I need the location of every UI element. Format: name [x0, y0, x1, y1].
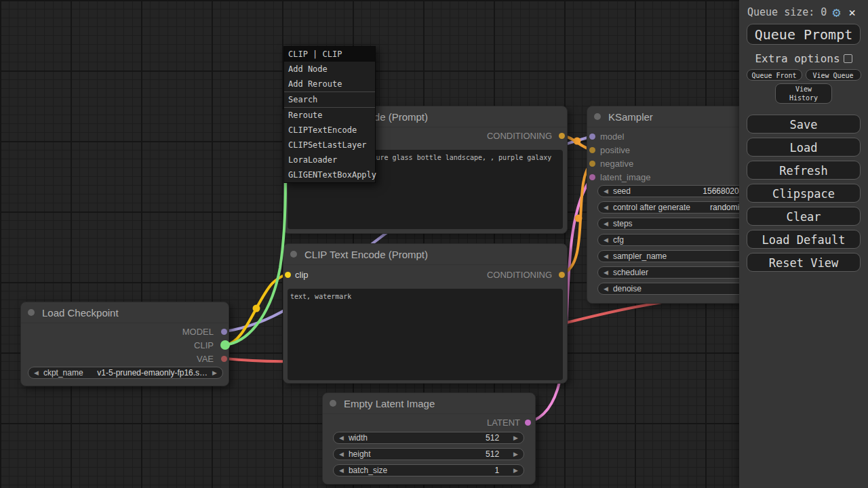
- node-title-bar[interactable]: Empty Latent Image: [323, 393, 535, 414]
- input-slot-clip[interactable]: [285, 272, 291, 278]
- context-menu: CLIP | CLIP Add Node Add Reroute Search …: [283, 46, 376, 183]
- input-label-clip: clip: [295, 270, 309, 280]
- widget-ckpt-name[interactable]: ◀ ckpt_name v1-5-pruned-emaonly-fp16.s… …: [28, 367, 223, 379]
- widget-value: 1: [494, 466, 499, 475]
- sidebar-menu: Queue size: 0 ⚙ ✕ Queue Prompt Extra opt…: [739, 0, 868, 488]
- wire-midpoint-dot: [253, 305, 260, 312]
- input-label-negative: negative: [600, 159, 633, 169]
- widget-height[interactable]: ◀ height 512 ▶: [333, 448, 524, 460]
- output-label-clip: CLIP: [194, 341, 214, 350]
- wire-clip-dragged: [225, 182, 285, 345]
- extra-options-label: Extra options: [755, 52, 840, 65]
- left-arrow-icon[interactable]: ◀: [604, 188, 608, 195]
- node-title-bar[interactable]: CLIP Text Encode (Prompt): [283, 244, 567, 265]
- left-arrow-icon[interactable]: ◀: [604, 269, 608, 276]
- menu-item-reroute[interactable]: Reroute: [284, 108, 375, 123]
- output-slot-model[interactable]: [221, 329, 227, 335]
- widget-label: ckpt_name: [43, 368, 83, 378]
- input-label-model: model: [600, 132, 624, 142]
- widget-value: v1-5-pruned-emaonly-fp16.s…: [97, 368, 208, 378]
- menu-item-gligentextboxapply[interactable]: GLIGENTextBoxApply: [284, 167, 375, 182]
- node-empty-latent-image[interactable]: Empty Latent Image LATENT ◀ width 512 ▶ …: [322, 392, 536, 485]
- input-label-latent-image: latent_image: [600, 173, 650, 182]
- left-arrow-icon[interactable]: ◀: [604, 285, 608, 292]
- queue-prompt-button[interactable]: Queue Prompt: [747, 24, 861, 45]
- right-arrow-icon[interactable]: ▶: [212, 369, 217, 376]
- left-arrow-icon[interactable]: ◀: [604, 253, 608, 260]
- wire-clip: [225, 274, 288, 345]
- comfyui-app: { "icons": { "gear_icon": "⚙", "close_ic…: [0, 0, 868, 488]
- left-arrow-icon[interactable]: ◀: [604, 220, 608, 227]
- output-label-model: MODEL: [182, 327, 214, 337]
- node-load-checkpoint[interactable]: Load Checkpoint MODEL CLIP VAE ◀ ckpt_na…: [20, 302, 229, 386]
- widget-label: sampler_name: [613, 251, 667, 261]
- view-queue-button[interactable]: View Queue: [806, 69, 861, 81]
- node-title: KSampler: [608, 111, 653, 123]
- wire-midpoint-dot: [575, 215, 583, 222]
- left-arrow-icon[interactable]: ◀: [339, 451, 344, 458]
- context-menu-title: CLIP | CLIP: [284, 47, 375, 62]
- collapse-dot-icon[interactable]: [28, 309, 35, 316]
- widget-value: 512: [486, 449, 499, 459]
- left-arrow-icon[interactable]: ◀: [339, 467, 344, 474]
- widget-batch-size[interactable]: ◀ batch_size 1 ▶: [333, 464, 524, 476]
- collapse-dot-icon[interactable]: [290, 251, 297, 258]
- menu-item-loraloader[interactable]: LoraLoader: [284, 152, 375, 167]
- output-slot-conditioning[interactable]: [559, 272, 565, 278]
- node-title-bar[interactable]: Load Checkpoint: [21, 302, 229, 323]
- right-arrow-icon[interactable]: ▶: [513, 451, 518, 458]
- input-label-positive: positive: [600, 146, 630, 155]
- widget-label: width: [349, 433, 368, 443]
- widget-label: control after generate: [613, 203, 690, 212]
- menu-item-clipsetlastlayer[interactable]: CLIPSetLastLayer: [284, 138, 375, 152]
- load-button[interactable]: Load: [747, 138, 861, 157]
- left-arrow-icon[interactable]: ◀: [34, 369, 39, 376]
- close-icon[interactable]: ✕: [848, 6, 855, 18]
- settings-gear-icon[interactable]: ⚙: [832, 6, 840, 18]
- wire-midpoint-dot: [574, 138, 581, 145]
- output-label-latent: LATENT: [487, 418, 520, 428]
- output-slot-latent[interactable]: [525, 420, 531, 426]
- output-slot-vae[interactable]: [221, 356, 227, 362]
- refresh-button[interactable]: Refresh: [747, 161, 861, 180]
- widget-label: steps: [613, 219, 633, 228]
- node-title: CLIP Text Encode (Prompt): [304, 249, 428, 260]
- menu-item-add-reroute[interactable]: Add Reroute: [284, 77, 375, 92]
- clipspace-button[interactable]: Clipspace: [747, 184, 861, 203]
- left-arrow-icon[interactable]: ◀: [604, 204, 608, 211]
- save-button[interactable]: Save: [747, 115, 861, 134]
- widget-label: scheduler: [613, 268, 648, 277]
- menu-item-search[interactable]: Search: [284, 92, 375, 107]
- input-slot-model[interactable]: [589, 134, 595, 140]
- left-arrow-icon[interactable]: ◀: [339, 434, 344, 441]
- widget-width[interactable]: ◀ width 512 ▶: [333, 432, 524, 444]
- output-label-conditioning: CONDITIONING: [487, 131, 552, 141]
- queue-size-label: Queue size: 0: [747, 6, 827, 18]
- right-arrow-icon[interactable]: ▶: [513, 467, 518, 474]
- output-label-vae: VAE: [197, 354, 214, 364]
- load-default-button[interactable]: Load Default: [747, 230, 861, 249]
- clear-button[interactable]: Clear: [747, 207, 861, 226]
- menu-item-add-node[interactable]: Add Node: [284, 62, 375, 77]
- left-arrow-icon[interactable]: ◀: [604, 237, 608, 243]
- reset-view-button[interactable]: Reset View: [747, 253, 861, 272]
- collapse-dot-icon[interactable]: [330, 400, 336, 407]
- input-slot-latent-image[interactable]: [589, 174, 595, 180]
- collapse-dot-icon[interactable]: [594, 113, 601, 120]
- input-slot-positive[interactable]: [589, 147, 595, 153]
- menu-item-cliptextencode[interactable]: CLIPTextEncode: [284, 123, 375, 138]
- prompt-textarea[interactable]: text, watermark: [288, 289, 563, 380]
- widget-value: 512: [486, 433, 499, 443]
- widget-label: denoise: [613, 284, 642, 293]
- right-arrow-icon[interactable]: ▶: [513, 434, 518, 441]
- widget-label: seed: [613, 186, 631, 196]
- input-slot-negative[interactable]: [589, 161, 595, 167]
- extra-options-checkbox[interactable]: [844, 54, 852, 63]
- output-label-conditioning: CONDITIONING: [487, 270, 552, 280]
- queue-front-button[interactable]: Queue Front: [747, 69, 802, 81]
- view-history-button[interactable]: View History: [775, 83, 832, 104]
- node-clip-text-encode-negative[interactable]: CLIP Text Encode (Prompt) clip CONDITION…: [283, 243, 568, 384]
- node-title: Empty Latent Image: [344, 398, 435, 409]
- output-slot-conditioning[interactable]: [559, 133, 565, 139]
- node-title: Load Checkpoint: [42, 307, 119, 319]
